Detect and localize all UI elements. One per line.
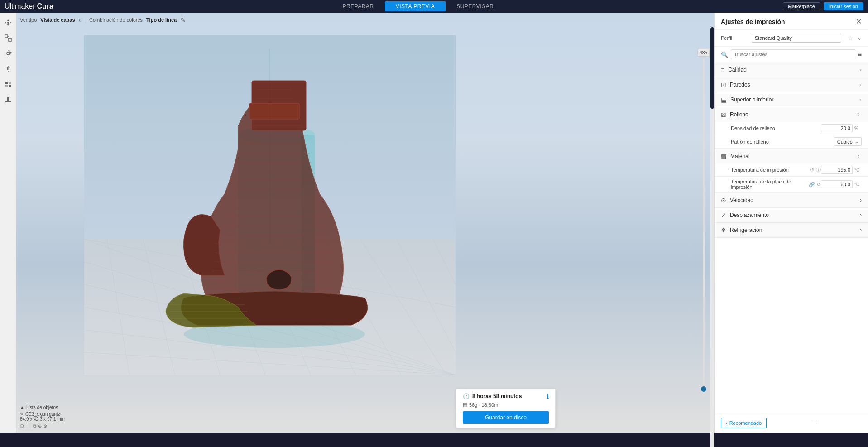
obj-icon-4[interactable]: ⊕	[38, 423, 42, 429]
nav-tabs: PREPARAR VISTA PREVIA SUPERVISAR	[332, 1, 505, 11]
layer-slider-track[interactable]	[703, 58, 705, 396]
svg-point-0	[7, 22, 9, 24]
layer-slider-thumb[interactable]	[701, 386, 706, 392]
settings-list: ≡ Calidad › ⊡ Paredes › ⬓ Superior o inf…	[715, 62, 868, 413]
superior-inferior-icon: ⬓	[721, 96, 727, 103]
recommended-button[interactable]: ‹ Recomendado	[721, 418, 767, 428]
scrollbar-thumb[interactable]	[710, 27, 714, 109]
tab-preparar[interactable]: PREPARAR	[332, 1, 385, 11]
refrigeracion-label: Refrigeración	[730, 227, 860, 233]
svg-point-62	[266, 270, 292, 290]
section-calidad-header[interactable]: ≡ Calidad ›	[715, 62, 868, 77]
paredes-arrow-icon: ›	[860, 82, 862, 88]
velocidad-icon: ⊙	[721, 197, 726, 204]
svg-marker-6	[6, 67, 8, 70]
color-combo-label: Combinación de colores	[89, 17, 143, 23]
svg-marker-7	[8, 67, 10, 70]
profile-value: Standard Quality	[755, 35, 792, 41]
densidad-relleno-input[interactable]	[821, 124, 853, 132]
pencil-icon: ✎	[20, 412, 24, 417]
velocidad-label: Velocidad	[730, 197, 860, 203]
right-panel-scrollbar[interactable]	[710, 27, 714, 447]
calidad-icon: ≡	[721, 66, 724, 73]
profile-label: Perfil	[721, 35, 748, 41]
section-velocidad-header[interactable]: ⊙ Velocidad ›	[715, 193, 868, 207]
material-label: Material	[730, 153, 857, 159]
more-options-icon[interactable]: ···	[770, 419, 862, 427]
section-material-header[interactable]: ▤ Material ⌄	[715, 149, 868, 163]
3d-model-view	[84, 35, 456, 375]
sidebar-move-icon[interactable]	[2, 16, 14, 29]
sidebar-support-icon[interactable]	[2, 93, 14, 106]
favorite-icon[interactable]: ☆	[848, 34, 854, 42]
save-to-disk-button[interactable]: Guardar en disco	[463, 411, 549, 424]
section-velocidad: ⊙ Velocidad ›	[715, 193, 868, 208]
patron-relleno-select[interactable]: Cúbico ⌄	[834, 137, 862, 146]
section-desplazamiento-header[interactable]: ⤢ Desplazamiento ›	[715, 208, 868, 222]
section-refrigeracion-header[interactable]: ❄ Refrigeración ›	[715, 223, 868, 237]
relleno-icon: ⊠	[721, 111, 726, 118]
material-arrow-icon: ⌄	[856, 154, 863, 159]
topbar: Ultimaker Cura PREPARAR VISTA PREVIA SUP…	[0, 0, 868, 13]
sidebar-mirror-icon[interactable]	[2, 62, 14, 75]
temp-impresion-unit: °C	[854, 168, 862, 173]
view-bottom-info: ▲ Lista de objetos ✎ CE3_x gun gantz 84.…	[20, 405, 65, 429]
calidad-arrow-icon: ›	[860, 67, 862, 73]
search-input[interactable]	[731, 49, 855, 59]
obj-icon-2[interactable]: ⬜	[26, 423, 31, 429]
section-calidad: ≡ Calidad ›	[715, 62, 868, 77]
marketplace-button[interactable]: Marketplace	[783, 2, 820, 10]
temp-placa-input[interactable]	[821, 180, 853, 188]
svg-rect-10	[5, 85, 8, 87]
temp-impresion-reset-icon[interactable]: ↺	[810, 167, 814, 173]
refrigeracion-icon: ❄	[721, 226, 726, 234]
obj-icon-1[interactable]: ⬡	[20, 423, 24, 429]
tab-supervisar[interactable]: SUPERVISAR	[446, 1, 504, 11]
tab-vista-previa[interactable]: VISTA PREVIA	[385, 1, 446, 11]
color-combo-edit-icon[interactable]: ✎	[180, 16, 186, 24]
search-icon: 🔍	[721, 51, 728, 58]
settings-menu-icon[interactable]: ≡	[858, 51, 862, 58]
info-icon[interactable]: ℹ	[547, 393, 549, 400]
temp-impresion-info-icon[interactable]: ⓘ	[816, 167, 821, 173]
sidebar-permodel-icon[interactable]	[2, 78, 14, 91]
svg-rect-2	[9, 38, 11, 41]
view-type-value: Vista de capas	[40, 17, 75, 23]
sidebar-scale-icon[interactable]	[2, 32, 14, 44]
section-relleno-header[interactable]: ⊠ Relleno ⌄	[715, 107, 868, 122]
calidad-label: Calidad	[728, 67, 860, 73]
profile-select[interactable]: Standard Quality	[752, 34, 841, 43]
section-superior-inferior: ⬓ Superior o inferior ›	[715, 92, 868, 107]
left-sidebar	[0, 13, 16, 433]
patron-value: Cúbico	[837, 139, 853, 144]
panel-title: Ajustes de impresión	[721, 18, 785, 25]
temp-placa-unit: °C	[854, 182, 862, 187]
svg-rect-13	[5, 101, 11, 102]
panel-footer: ‹ Recomendado ···	[715, 413, 868, 433]
app-logo: Ultimaker Cura	[5, 2, 53, 10]
search-bar: 🔍 ≡	[715, 47, 868, 62]
profile-chevron-icon[interactable]: ⌄	[857, 35, 862, 41]
temp-placa-reset-icon[interactable]: ↺	[817, 182, 821, 187]
panel-close-button[interactable]: ✕	[856, 17, 862, 26]
temp-impresion-row: Temperatura de impresión ↺ ⓘ °C	[715, 163, 868, 177]
object-list-toggle[interactable]: ▲ Lista de objetos	[20, 405, 65, 410]
temp-placa-link-icon[interactable]: 🔗	[809, 182, 815, 187]
section-paredes-header[interactable]: ⊡ Paredes ›	[715, 77, 868, 92]
sidebar-rotate-icon[interactable]	[2, 47, 14, 60]
signin-button[interactable]: Iniciar sesión	[824, 2, 863, 10]
main-content: Ver tipo Vista de capas ‹ | Combinación …	[0, 13, 868, 433]
view-type-arrow[interactable]: ‹	[79, 16, 81, 24]
recommended-label: Recomendado	[729, 420, 762, 426]
section-paredes: ⊡ Paredes ›	[715, 77, 868, 92]
obj-icon-3[interactable]: ⧉	[33, 423, 36, 429]
layer-slider: 485	[697, 49, 710, 396]
chevron-left-icon: ‹	[726, 420, 728, 426]
section-superior-inferior-header[interactable]: ⬓ Superior o inferior ›	[715, 92, 868, 107]
desplazamiento-label: Desplazamiento	[730, 212, 860, 218]
svg-rect-11	[9, 85, 11, 87]
svg-rect-9	[9, 82, 11, 84]
section-material: ▤ Material ⌄ Temperatura de impresión ↺ …	[715, 149, 868, 193]
obj-icon-5[interactable]: ⊗	[43, 423, 47, 429]
temp-impresion-input[interactable]	[821, 166, 853, 174]
